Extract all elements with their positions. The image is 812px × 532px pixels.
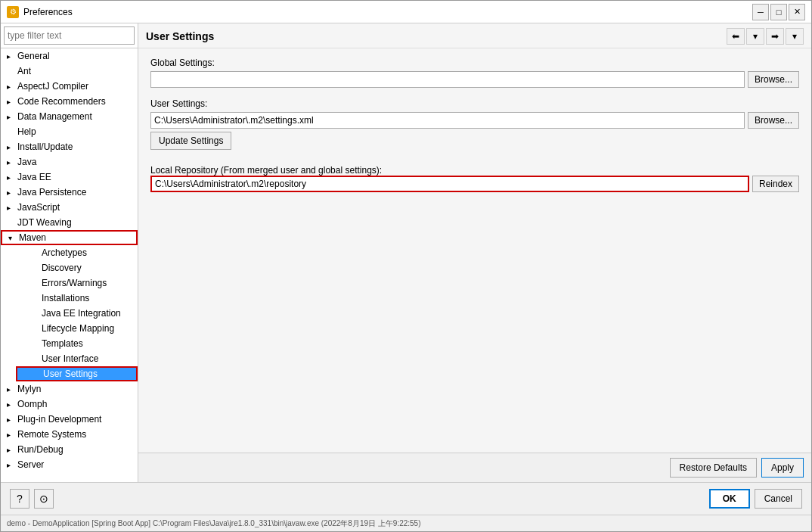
cancel-button[interactable]: Cancel	[755, 489, 802, 509]
tree-view: General Ant AspectJ Compiler Code Recomm…	[1, 48, 138, 482]
sidebar-item-discovery[interactable]: Discovery	[16, 260, 138, 275]
statusbar-text: demo - DemoApplication [Spring Boot App]…	[7, 518, 421, 529]
arrow-icon	[7, 415, 16, 424]
global-browse-button[interactable]: Browse...	[748, 71, 799, 88]
local-repo-row: Reindex	[150, 176, 799, 192]
panel-nav: ⬅ ▾ ➡ ▾	[727, 28, 804, 45]
restore-defaults-button[interactable]: Restore Defaults	[670, 458, 757, 478]
user-settings-input[interactable]	[150, 112, 745, 129]
right-panel: User Settings ⬅ ▾ ➡ ▾ Global Settings: B…	[138, 23, 811, 482]
back-button[interactable]: ⬅	[727, 28, 745, 45]
user-browse-button[interactable]: Browse...	[748, 112, 799, 129]
arrow-icon	[7, 98, 16, 106]
local-repo-input[interactable]	[150, 176, 749, 192]
sidebar-item-maven[interactable]: Maven	[1, 230, 138, 245]
sidebar-item-remote-systems[interactable]: Remote Systems	[1, 427, 138, 442]
sidebar-item-templates[interactable]: Templates	[16, 336, 138, 351]
arrow-icon	[7, 82, 16, 91]
sidebar-item-plug-in-development[interactable]: Plug-in Development	[1, 412, 138, 427]
global-settings-group: Global Settings: Browse...	[150, 58, 799, 88]
title-bar: ⚙ Preferences ─ □ ✕	[1, 1, 811, 23]
arrow-icon	[7, 113, 16, 121]
sidebar-item-help[interactable]: Help	[1, 124, 138, 139]
global-settings-label: Global Settings:	[150, 58, 799, 68]
close-button[interactable]: ✕	[789, 4, 805, 20]
search-box	[1, 23, 138, 48]
sidebar-item-oomph[interactable]: Oomph	[1, 397, 138, 412]
arrow-icon	[7, 188, 16, 197]
nav-dropdown-button[interactable]: ▾	[746, 28, 764, 45]
local-repo-group: Local Repository (From merged user and g…	[150, 165, 799, 192]
sidebar-item-user-settings[interactable]: User Settings	[16, 366, 138, 381]
sidebar-item-install-update[interactable]: Install/Update	[1, 139, 138, 154]
sidebar-item-data-management[interactable]: Data Management	[1, 109, 138, 124]
maximize-button[interactable]: □	[770, 4, 787, 20]
sidebar-item-server[interactable]: Server	[1, 457, 138, 472]
window-title: Preferences	[23, 7, 748, 17]
arrow-icon	[7, 52, 16, 61]
user-settings-group: User Settings: Browse... Update Settings	[150, 98, 799, 150]
arrow-icon	[7, 158, 16, 166]
arrow-icon	[7, 143, 16, 151]
minimize-button[interactable]: ─	[752, 4, 769, 20]
panel-header: User Settings ⬅ ▾ ➡ ▾	[138, 23, 811, 48]
forward-button[interactable]: ➡	[766, 28, 784, 45]
sidebar-item-installations[interactable]: Installations	[16, 291, 138, 306]
ok-button[interactable]: OK	[709, 489, 750, 509]
sidebar-item-java[interactable]: Java	[1, 154, 138, 170]
local-repo-label: Local Repository (From merged user and g…	[150, 165, 382, 176]
maven-children: Archetypes Discovery Errors/Warnings Ins…	[1, 245, 138, 381]
sidebar-item-user-interface[interactable]: User Interface	[16, 351, 138, 366]
user-settings-row: Browse...	[150, 112, 799, 129]
sidebar-item-java-ee-integration[interactable]: Java EE Integration	[16, 306, 138, 321]
sidebar: General Ant AspectJ Compiler Code Recomm…	[1, 23, 138, 482]
sidebar-item-general[interactable]: General	[1, 48, 138, 64]
statusbar: demo - DemoApplication [Spring Boot App]…	[1, 515, 811, 531]
window-controls: ─ □ ✕	[752, 4, 805, 20]
bottom-bar: Restore Defaults Apply	[138, 453, 811, 482]
user-settings-label: User Settings:	[150, 98, 799, 109]
sidebar-item-run-debug[interactable]: Run/Debug	[1, 442, 138, 457]
update-settings-button[interactable]: Update Settings	[150, 132, 231, 150]
window-icon: ⚙	[7, 6, 19, 18]
arrow-icon	[7, 461, 16, 469]
arrow-icon	[7, 204, 16, 212]
footer-right: OK Cancel	[709, 489, 802, 509]
sidebar-item-aspectj[interactable]: AspectJ Compiler	[1, 79, 138, 94]
sidebar-item-archetypes[interactable]: Archetypes	[16, 245, 138, 260]
sidebar-item-javascript[interactable]: JavaScript	[1, 200, 138, 215]
arrow-icon	[7, 431, 16, 439]
panel-title: User Settings	[146, 30, 214, 42]
search-input[interactable]	[4, 26, 135, 45]
footer-left: ? ⊙	[10, 489, 54, 509]
panel-body: Global Settings: Browse... User Settings…	[138, 48, 811, 453]
reindex-button[interactable]: Reindex	[752, 176, 799, 192]
arrow-icon	[8, 234, 17, 242]
sidebar-item-jdt-weaving[interactable]: JDT Weaving	[1, 215, 138, 230]
arrow-icon	[7, 400, 16, 409]
global-settings-input[interactable]	[150, 71, 745, 88]
help-button[interactable]: ?	[10, 489, 29, 509]
sidebar-item-lifecycle-mapping[interactable]: Lifecycle Mapping	[16, 321, 138, 336]
arrow-icon	[7, 446, 16, 454]
sidebar-item-ant[interactable]: Ant	[1, 64, 138, 79]
preferences-window: ⚙ Preferences ─ □ ✕ General Ant	[0, 0, 812, 532]
arrow-icon	[7, 385, 16, 394]
sidebar-item-java-ee[interactable]: Java EE	[1, 170, 138, 185]
sidebar-item-java-persistence[interactable]: Java Persistence	[1, 185, 138, 200]
apply-button[interactable]: Apply	[761, 458, 804, 478]
dialog-footer: ? ⊙ OK Cancel	[1, 482, 811, 515]
arrow-icon	[7, 173, 16, 182]
sidebar-item-code-recommenders[interactable]: Code Recommenders	[1, 94, 138, 109]
preferences-button[interactable]: ⊙	[34, 489, 54, 509]
forward-dropdown-button[interactable]: ▾	[786, 28, 804, 45]
sidebar-item-mylyn[interactable]: Mylyn	[1, 381, 138, 397]
global-settings-row: Browse...	[150, 71, 799, 88]
main-content: General Ant AspectJ Compiler Code Recomm…	[1, 23, 811, 482]
sidebar-item-errors-warnings[interactable]: Errors/Warnings	[16, 275, 138, 291]
